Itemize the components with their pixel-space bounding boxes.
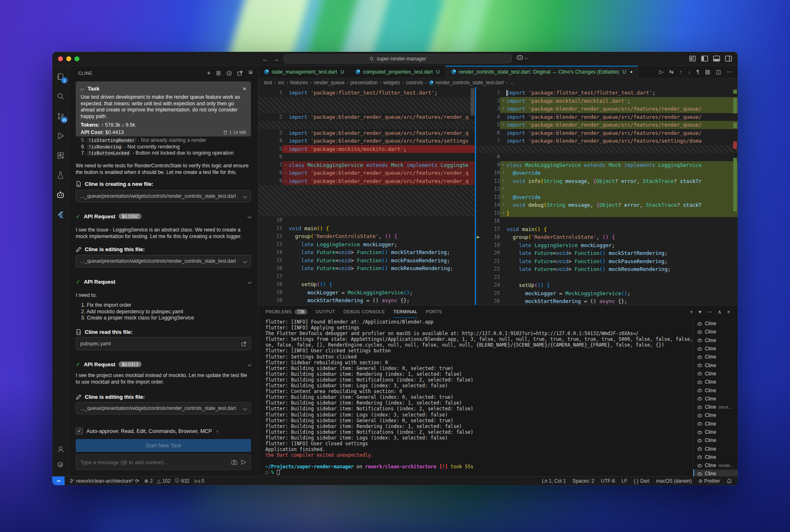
code-line[interactable]: 12 group('RenderControlsState', () { <box>258 232 475 241</box>
panel-tab-output[interactable]: OUTPUT <box>316 305 335 318</box>
encoding[interactable]: UTF-8 <box>601 478 615 484</box>
code-line[interactable]: 10+ @override <box>476 169 738 177</box>
code-line[interactable]: 15 late Future<void> Function() mockPaus… <box>258 257 475 265</box>
sidebar-item-cline[interactable] <box>52 187 69 203</box>
code-line[interactable]: 3import 'package:blender_render_queue/sr… <box>258 129 475 137</box>
open-in-editor-icon[interactable] <box>237 70 243 76</box>
toggle-secondary-sidebar-icon[interactable] <box>725 55 732 62</box>
close-panel-icon[interactable]: × <box>727 309 730 315</box>
toggle-primary-sidebar-icon[interactable] <box>701 55 708 62</box>
code-line[interactable]: 5+import 'package:blender_render_queue/s… <box>476 121 738 129</box>
panel-tab-terminal[interactable]: TERMINAL <box>393 305 418 318</box>
terminal-session-item[interactable]: Cline <box>693 336 738 345</box>
terminal-session-item[interactable]: Cline <box>693 420 738 428</box>
code-line[interactable]: 2import 'package:blender_render_queue/sr… <box>258 113 475 121</box>
panel-tab-problems[interactable]: PROBLEMS 736 <box>265 305 307 318</box>
code-line[interactable]: 8 <box>476 153 738 161</box>
terminal-session-item[interactable]: Cline <box>693 370 738 378</box>
prettier-indicator[interactable]: ⊘Prettier <box>698 478 720 484</box>
close-window-button[interactable] <box>58 56 63 61</box>
breadcrumb-item[interactable]: ... <box>509 80 514 86</box>
external-link-icon[interactable] <box>241 341 246 347</box>
sidebar-item-testing[interactable] <box>52 167 69 183</box>
terminal-session-item[interactable]: Cline <box>693 411 738 419</box>
toggle-panel-icon[interactable] <box>713 55 720 62</box>
api-request-row[interactable]: ✓ API Request $0.0392 <box>76 213 251 220</box>
customize-layout-icon[interactable] <box>689 55 696 62</box>
code-line[interactable]: 20 late Future<void> Function() mockStar… <box>476 249 738 257</box>
ports-indicator[interactable]: 0 <box>195 478 204 484</box>
branch-indicator[interactable]: rework/clean-architecture* ⟳ <box>70 478 139 484</box>
nav-forward-icon[interactable]: → <box>273 52 279 66</box>
terminal-session-item[interactable]: Cline <box>693 444 738 453</box>
code-line[interactable]: 9−import 'package:blender_render_queue/s… <box>258 177 475 185</box>
problems-indicator[interactable]: ⊗2 △102 ⓘ632 <box>144 477 189 484</box>
code-line[interactable]: 10 <box>258 216 475 224</box>
copilot-menu[interactable] <box>516 55 527 61</box>
file-path-dropdown[interactable]: ..._queue/presentation/widgets/controls/… <box>76 402 251 414</box>
terminal-session-item[interactable]: Cline <box>693 428 738 436</box>
code-line[interactable]: 12+ <box>476 185 738 193</box>
traffic-lights[interactable] <box>58 56 79 61</box>
read-file-box[interactable]: pubspec.yaml <box>76 337 251 350</box>
file-path-dropdown[interactable]: ..._queue/presentation/widgets/controls/… <box>76 255 251 267</box>
terminal-session-item[interactable]: Cline <box>693 319 738 328</box>
code-line[interactable]: 6import 'package:blender_render_queue/sr… <box>476 129 738 137</box>
code-line[interactable]: 7import 'package:blender_render_queue/sr… <box>476 137 738 145</box>
terminal-session-item[interactable]: Clineservi... <box>693 403 738 411</box>
tab-computed-properties-test[interactable]: computed_properties_test.dart U <box>350 66 446 78</box>
unsaved-dot-icon[interactable]: ● <box>630 70 632 74</box>
breadcrumb-item[interactable]: src <box>278 80 284 86</box>
terminal-session-item[interactable]: Cline <box>693 328 738 336</box>
breadcrumb-item[interactable]: presentation <box>350 80 377 86</box>
code-line[interactable]: 16 <box>476 217 738 225</box>
code-line[interactable]: 22 late Future<void> Function() mockResu… <box>476 265 738 273</box>
tab-state-management-test[interactable]: state_management_test.dart U <box>258 66 350 78</box>
sidebar-item-flutter[interactable] <box>52 206 69 223</box>
code-line[interactable]: 21 late Future<void> Function() mockPaus… <box>476 257 738 266</box>
terminal-session-item[interactable]: Cline <box>693 386 738 394</box>
breadcrumb-item[interactable]: render_controls_state_test.dart <box>429 80 504 86</box>
sidebar-item-source-control[interactable]: 25 <box>52 108 69 124</box>
settings-gear-icon[interactable] <box>248 70 254 76</box>
minimize-window-button[interactable] <box>66 56 71 61</box>
scrollbar-thumb[interactable] <box>471 88 474 116</box>
api-request-row[interactable]: ✓ API Request $0.0313 <box>76 361 251 368</box>
terminal-session-item[interactable]: Cline <box>693 353 738 361</box>
code-line[interactable]: 15+} <box>476 209 738 217</box>
more-actions-icon[interactable]: ⋯ <box>727 69 732 75</box>
sidebar-item-settings[interactable] <box>52 457 69 474</box>
code-line[interactable]: 17void main() { <box>476 225 738 234</box>
code-line[interactable]: 24 setUp(() { <box>476 281 738 289</box>
trash-icon[interactable] <box>223 130 228 135</box>
breadcrumb-item[interactable]: controls <box>406 80 423 86</box>
code-line[interactable]: ▶18 group('RenderControlsState', () { <box>476 233 738 241</box>
terminal-session-item[interactable]: Cline <box>693 470 738 476</box>
indentation[interactable]: Spaces: 2 <box>572 478 594 484</box>
new-terminal-icon[interactable]: + <box>690 309 693 315</box>
code-line[interactable]: 19 late LoggingService mockLogger; <box>476 241 738 250</box>
code-line[interactable]: 14 late Future<void> Function() mockStar… <box>258 248 475 257</box>
previous-change-icon[interactable]: ↑ <box>679 69 682 75</box>
code-line[interactable]: 1import 'package:flutter_test/flutter_te… <box>476 89 738 97</box>
code-line[interactable]: 9+class MockLoggingService extends Mock … <box>476 161 738 169</box>
more-actions-icon[interactable]: ⋯ <box>707 309 712 315</box>
code-line[interactable]: 19 mockLogger = MockLoggingService(); <box>258 289 475 297</box>
start-new-task-button[interactable]: Start New Task <box>76 439 251 452</box>
code-line[interactable]: 25 mockLogger = MockLoggingService(); <box>476 289 738 298</box>
code-line[interactable]: 11void main() { <box>258 224 475 233</box>
sidebar-item-search[interactable] <box>52 88 69 104</box>
os-indicator[interactable]: macOS (darwin) <box>656 478 692 484</box>
code-line[interactable]: 7−class MockLoggingService extends Mock … <box>258 161 475 169</box>
terminal-session-item[interactable]: Cline <box>693 436 738 444</box>
sidebar-item-run-debug[interactable] <box>52 127 69 144</box>
code-line[interactable]: 4import 'package:blender_render_queue/sr… <box>476 113 738 121</box>
cursor-position[interactable]: Ln 1, Col 1 <box>542 478 566 484</box>
next-change-icon[interactable]: ↓ <box>688 69 691 75</box>
code-line[interactable]: 1import 'package:flutter_test/flutter_te… <box>258 89 475 97</box>
breadcrumb-item[interactable]: widgets <box>383 80 400 86</box>
panel-tab-ports[interactable]: PORTS <box>426 305 442 318</box>
notifications-bell-icon[interactable] <box>727 478 732 484</box>
history-clock-icon[interactable] <box>226 70 232 76</box>
new-task-icon[interactable]: + <box>207 69 211 77</box>
